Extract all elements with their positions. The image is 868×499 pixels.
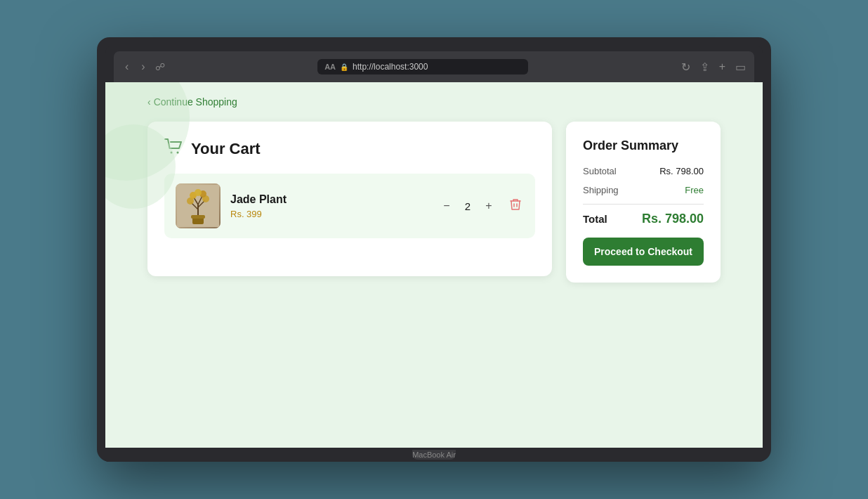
laptop-frame: ‹ › ☍ AA 🔒 http://localhost:3000 ↻ ⇪ + ▭… — [97, 37, 771, 462]
total-value: Rs. 798.00 — [642, 212, 704, 226]
subtotal-value: Rs. 798.00 — [659, 166, 704, 176]
checkout-button[interactable]: Proceed to Checkout — [583, 238, 704, 266]
item-controls: − 2 + — [438, 195, 524, 216]
svg-point-0 — [171, 152, 173, 154]
back-button[interactable]: ‹ — [122, 58, 131, 76]
item-info: Jade Plant Rs. 399 — [230, 193, 428, 219]
browser-toolbar: ‹ › ☍ AA 🔒 http://localhost:3000 ↻ ⇪ + ▭ — [114, 51, 754, 82]
summary-divider — [583, 204, 704, 205]
delete-item-button[interactable] — [507, 195, 524, 216]
reader-icon: ☍ — [155, 61, 165, 72]
new-tab-icon[interactable]: + — [719, 60, 725, 73]
toolbar-actions: ↻ ⇪ + ▭ — [681, 60, 746, 74]
increase-qty-button[interactable]: + — [480, 197, 497, 214]
total-label: Total — [583, 213, 607, 225]
chevron-left-icon: ‹ — [147, 96, 151, 108]
svg-rect-4 — [191, 215, 205, 219]
shipping-row: Shipping Free — [583, 185, 704, 195]
refresh-icon[interactable]: ↻ — [681, 60, 690, 74]
address-bar[interactable]: AA 🔒 http://localhost:3000 — [317, 59, 528, 74]
share-icon[interactable]: ⇪ — [700, 60, 709, 74]
total-row: Total Rs. 798.00 — [583, 212, 704, 226]
tabs-icon[interactable]: ▭ — [735, 60, 746, 74]
url-text: http://localhost:3000 — [353, 62, 521, 72]
summary-title: Order Summary — [583, 138, 704, 153]
item-image-inner — [176, 183, 221, 228]
svg-point-1 — [177, 152, 179, 154]
decrease-qty-button[interactable]: − — [438, 197, 455, 214]
aa-label: AA — [324, 63, 336, 71]
laptop-bottom: MacBook Air — [105, 448, 763, 462]
browser-content-wrapper: ‹ Continue Shopping Your Car — [105, 82, 763, 448]
cart-card: Your Cart — [147, 122, 552, 276]
lock-icon: 🔒 — [340, 63, 348, 71]
continue-shopping-label: Continue Shopping — [154, 96, 237, 108]
page-layout: Your Cart — [147, 122, 721, 283]
page-content: ‹ Continue Shopping Your Car — [105, 82, 763, 448]
browser-chrome: ‹ › ☍ AA 🔒 http://localhost:3000 ↻ ⇪ + ▭ — [105, 46, 763, 82]
shipping-label: Shipping — [583, 185, 619, 195]
item-image — [176, 183, 221, 228]
svg-point-14 — [195, 189, 202, 196]
laptop-base: MacBook Air — [412, 450, 456, 460]
cart-header: Your Cart — [164, 138, 535, 160]
laptop-label: MacBook Air — [412, 451, 456, 459]
cart-title: Your Cart — [191, 140, 261, 158]
qty-value: 2 — [462, 200, 473, 212]
subtotal-label: Subtotal — [583, 166, 617, 176]
cart-item: Jade Plant Rs. 399 − 2 + — [164, 174, 535, 238]
continue-shopping-link[interactable]: ‹ Continue Shopping — [147, 96, 721, 108]
order-summary-card: Order Summary Subtotal Rs. 798.00 Shippi… — [566, 122, 721, 283]
item-name: Jade Plant — [230, 193, 428, 206]
cart-icon — [164, 138, 184, 160]
item-price: Rs. 399 — [230, 209, 428, 219]
subtotal-row: Subtotal Rs. 798.00 — [583, 166, 704, 176]
forward-button[interactable]: › — [138, 58, 147, 76]
shipping-value: Free — [685, 185, 704, 195]
